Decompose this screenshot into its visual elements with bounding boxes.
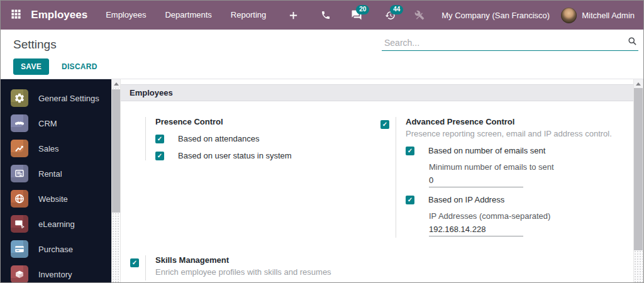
sidebar-item-purchase[interactable]: Purchase [1,236,111,262]
user-status-checkbox[interactable] [155,152,164,160]
sidebar-item-general-settings[interactable]: General Settings [1,86,111,111]
top-navbar: Employees Employees Departments Reportin… [1,1,643,30]
sidebar-item-website[interactable]: Website [1,186,111,211]
advanced-presence-title: Advanced Presence Control [406,117,626,126]
search-icon[interactable] [628,36,637,48]
attendances-label: Based on attendances [178,134,259,143]
messages-count-badge: 20 [356,5,369,14]
sidebar-item-label: Inventory [38,270,72,279]
package-box-icon [11,265,28,282]
voip-button[interactable] [313,1,339,30]
app-window: Employees Employees Departments Reportin… [0,0,644,283]
sidebar-item-inventory[interactable]: Inventory [1,262,111,282]
sidebar-item-rental[interactable]: Rental [1,161,111,186]
activities-button[interactable]: 44 [377,1,404,30]
presence-toggle-cell [130,117,145,160]
menu-departments[interactable]: Departments [155,1,221,30]
content-scrollbar-thumb[interactable] [634,88,643,250]
sidebar-item-label: Website [38,194,68,204]
phone-icon [321,10,331,20]
sidebar-scrollbar-thumb[interactable] [112,89,120,213]
presentation-icon [11,215,28,233]
sidebar-item-label: General Settings [38,94,99,103]
user-status-label: Based on user status in system [178,151,292,160]
crossed-tools-icon [414,10,425,20]
ip-address-checkbox[interactable] [406,196,414,204]
min-emails-field-label: Minimum number of emails to sent [429,162,626,172]
menu-reporting[interactable]: Reporting [221,1,275,30]
sidebar-item-crm[interactable]: CRM [1,111,111,136]
credit-card-icon [11,240,28,258]
sidebar-item-label: Sales [38,144,59,153]
advanced-presence-description: Presence reporting screen, email and IP … [406,129,626,138]
user-name: Mitchell Admin [582,11,635,20]
presence-control-box: Presence Control Based on attendances Ba… [130,117,375,160]
sidebar-item-label: CRM [38,119,57,128]
advanced-presence-toggle-checkbox[interactable] [380,120,389,129]
quick-create-button[interactable] [280,1,306,30]
current-app-title: Employees [31,9,87,21]
messages-button[interactable]: 20 [343,1,370,30]
sidebar-item-sales[interactable]: Sales [1,136,111,161]
save-button[interactable]: SAVE [13,58,49,75]
gear-icon [11,89,28,107]
scroll-up-arrow[interactable] [634,79,643,88]
apps-menu-button[interactable] [1,1,31,30]
sidebar-scrollbar [111,79,121,282]
presence-control-title: Presence Control [155,117,375,126]
user-avatar [561,8,577,23]
skills-management-title: Skills Management [155,255,375,265]
globe-icon [11,190,28,208]
advanced-presence-box: Advanced Presence Control Presence repor… [380,117,626,238]
min-emails-input[interactable] [429,173,523,187]
search-box [382,35,638,51]
sidebar-item-label: Rental [38,169,62,179]
control-panel: Settings SAVE DISCARD [1,30,643,79]
content-scrollbar [633,79,643,282]
skills-management-toggle-checkbox[interactable] [130,258,139,267]
emails-sent-checkbox[interactable] [406,147,414,155]
activities-count-badge: 44 [390,5,403,14]
ip-addresses-input[interactable] [429,222,523,236]
apps-grid-icon [11,9,21,22]
company-switcher[interactable]: My Company (San Francisco) [441,11,550,20]
attendances-checkbox[interactable] [155,135,164,143]
menu-employees[interactable]: Employees [96,1,155,30]
plus-icon [289,11,298,20]
sidebar-item-elearning[interactable]: eLearning [1,211,111,236]
handshake-icon [11,114,28,132]
section-header-employees: Employees [121,84,633,101]
sidebar-item-label: Purchase [38,245,73,254]
sidebar-item-label: eLearning [38,219,75,229]
ip-address-label: Based on IP Address [428,195,504,204]
board-icon [11,165,28,182]
search-input[interactable] [383,37,628,48]
developer-tools-button[interactable] [406,1,433,30]
skills-management-description: Enrich employee profiles with skills and… [155,267,375,277]
settings-sidebar: General Settings CRM Sales Rental [1,79,111,282]
chart-up-icon [11,140,28,157]
emails-sent-label: Based on number of emails sent [428,146,545,155]
ip-addresses-field-label: IP Addresses (comma-separated) [429,211,626,221]
user-menu[interactable]: Mitchell Admin [561,8,643,23]
discard-button[interactable]: DISCARD [62,62,97,71]
scroll-up-arrow[interactable] [112,79,120,88]
settings-content: Employees Presence Control Based on atte… [121,79,633,282]
skills-management-box: Skills Management Enrich employee profil… [130,255,375,280]
